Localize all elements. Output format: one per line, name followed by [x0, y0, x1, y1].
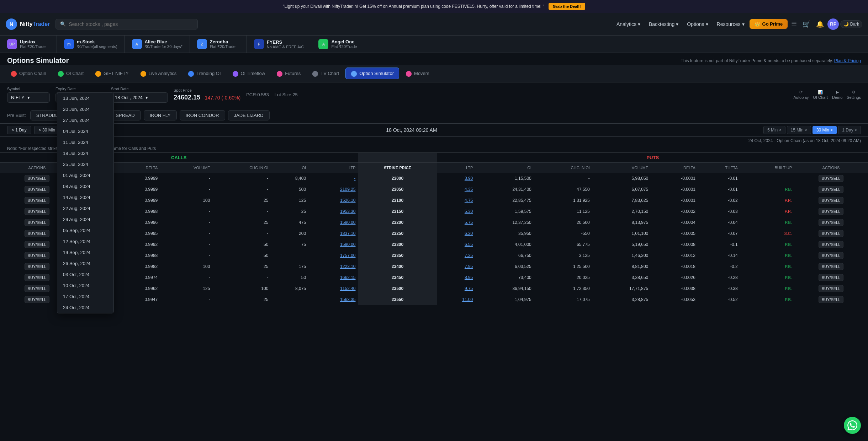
prebuilt-jade-lizard[interactable]: JADE LIZARD: [228, 110, 270, 120]
settings-control[interactable]: ⚙ Settings: [847, 90, 861, 100]
buy-sell-put-button[interactable]: BUY/SELL: [819, 208, 844, 215]
oi-chart-control[interactable]: 📊 OI Chart: [813, 90, 828, 100]
dropdown-option[interactable]: 12 Sep, 2024: [57, 236, 113, 247]
prev-interval-button[interactable]: < 30 Min: [34, 126, 60, 134]
tab-futures[interactable]: ⬤ Futures: [271, 68, 306, 79]
symbol-select[interactable]: NIFTY ▾: [7, 92, 50, 103]
buy-sell-put-button[interactable]: BUY/SELL: [819, 252, 844, 259]
buy-sell-call-button[interactable]: BUY/SELL: [25, 252, 50, 259]
buy-sell-put-button[interactable]: BUY/SELL: [819, 219, 844, 226]
dropdown-option[interactable]: 19 Sep, 2024: [57, 247, 113, 258]
dropdown-option[interactable]: 08 Aug, 2024: [57, 181, 113, 192]
broker-aliceblue[interactable]: A Alice Blue ₹0/Trade for 30 days*: [125, 36, 190, 53]
buy-sell-call-button[interactable]: BUY/SELL: [25, 274, 50, 281]
buy-sell-put-button[interactable]: BUY/SELL: [819, 285, 844, 292]
tab-tv-chart[interactable]: ⬤ TV Chart: [307, 68, 344, 79]
buy-sell-call-button[interactable]: BUY/SELL: [25, 186, 50, 193]
autoplay-control[interactable]: ⟳ Autoplay: [794, 90, 809, 100]
interval-1day[interactable]: 1 Day >: [838, 126, 861, 134]
cart-icon[interactable]: 🛒: [800, 18, 813, 30]
dark-mode-toggle[interactable]: 🌙 Dark: [840, 20, 862, 28]
dropdown-option[interactable]: 03 Oct, 2024: [57, 269, 113, 280]
nav-resources[interactable]: Resources ▾: [713, 19, 748, 29]
dropdown-option[interactable]: 04 Jul, 2024: [57, 126, 113, 137]
start-date-select[interactable]: 18 Oct , 2024 ▾: [111, 92, 168, 103]
buy-sell-put-button[interactable]: BUY/SELL: [819, 274, 844, 281]
tab-trending-oi[interactable]: ⬤ Trending OI: [183, 68, 226, 79]
dropdown-option[interactable]: 01 Aug, 2024: [57, 170, 113, 181]
avatar[interactable]: RP: [827, 18, 839, 30]
ltp-put: 4.75: [437, 195, 475, 206]
chgoi-put: 11,125: [534, 206, 592, 217]
dropdown-option[interactable]: 29 Aug, 2024: [57, 214, 113, 225]
buy-sell-put-button[interactable]: BUY/SELL: [819, 186, 844, 193]
plan-pricing-link[interactable]: Plan & Pricing: [834, 58, 861, 63]
buy-sell-put-button[interactable]: BUY/SELL: [819, 263, 844, 270]
notification-icon[interactable]: 🔔: [814, 18, 826, 30]
prebuilt-iron-fly[interactable]: IRON FLY: [144, 110, 177, 120]
nav-analytics[interactable]: Analytics ▾: [613, 19, 644, 29]
dropdown-option[interactable]: 17 Oct, 2024: [57, 291, 113, 302]
strike-price: 23500: [358, 283, 438, 294]
buy-sell-put-button[interactable]: BUY/SELL: [819, 241, 844, 248]
buy-sell-call-button[interactable]: BUY/SELL: [25, 208, 50, 215]
search-bar[interactable]: 🔍: [55, 19, 198, 29]
buy-sell-put-button[interactable]: BUY/SELL: [819, 296, 844, 303]
broker-angelone[interactable]: A Angel One Flat ₹20/Trade: [311, 36, 368, 53]
tab-option-chain[interactable]: ⬤ Option Chain: [6, 68, 51, 79]
dropdown-option[interactable]: 20 Jun, 2024: [57, 104, 113, 115]
tab-oi-timeflow[interactable]: ⬤ OI Timeflow: [227, 68, 270, 79]
nav-options[interactable]: Options ▾: [683, 19, 711, 29]
chgoi-call: 25: [212, 294, 270, 305]
tab-oi-chart[interactable]: ⬤ OI Chart: [53, 68, 89, 79]
dropdown-option[interactable]: 24 Oct, 2024: [57, 302, 113, 305]
buy-sell-call-button[interactable]: BUY/SELL: [25, 197, 50, 204]
broker-fyers[interactable]: F FYERS No AMC & FREE A/C: [247, 36, 312, 53]
dropdown-option[interactable]: 13 Jun, 2024: [57, 93, 113, 104]
tab-option-simulator[interactable]: ⬤ Option Simulator: [345, 68, 399, 79]
table-row: BUY/SELL 0.9998 - - 25 1953.30 23150 5.3…: [0, 206, 868, 217]
dropdown-option[interactable]: 14 Aug, 2024: [57, 192, 113, 203]
buy-sell-call-button[interactable]: BUY/SELL: [25, 296, 50, 303]
search-input[interactable]: [69, 21, 193, 27]
buy-sell-call-button[interactable]: BUY/SELL: [25, 263, 50, 270]
interval-30min[interactable]: 30 Min >: [813, 126, 837, 134]
start-date-dropdown[interactable]: 13 Jun, 202420 Jun, 202427 Jun, 202404 J…: [57, 92, 114, 305]
prev-day-button[interactable]: < 1 Day: [7, 126, 31, 134]
grab-deal-button[interactable]: Grab the Deal!!: [549, 3, 585, 10]
broker-mstock[interactable]: m m.Stock ₹0/Trade(all segments): [57, 36, 125, 53]
prebuilt-spread[interactable]: SPREAD: [110, 110, 141, 120]
buy-sell-put-button[interactable]: BUY/SELL: [819, 175, 844, 182]
buy-sell-put-button[interactable]: BUY/SELL: [819, 197, 844, 204]
buy-sell-call-button[interactable]: BUY/SELL: [25, 175, 50, 182]
buy-sell-call-button[interactable]: BUY/SELL: [25, 230, 50, 237]
dropdown-option[interactable]: 25 Jul, 2024: [57, 159, 113, 170]
delta-put: -0.0001: [650, 173, 698, 184]
dropdown-option[interactable]: 22 Aug, 2024: [57, 203, 113, 214]
interval-15min[interactable]: 15 Min >: [787, 126, 811, 134]
go-prime-button[interactable]: 👑 Go Prime: [750, 19, 788, 29]
broker-zerodha[interactable]: Z Zerodha Flat ₹20/Trade: [190, 36, 247, 53]
actions-put: BUY/SELL: [794, 261, 868, 272]
dropdown-option[interactable]: 18 Jul, 2024: [57, 148, 113, 159]
buy-sell-call-button[interactable]: BUY/SELL: [25, 285, 50, 292]
broker-upstox[interactable]: UP Upstox Flat ₹20/Trade: [0, 36, 57, 53]
ltp-call: 1526.10: [308, 195, 358, 206]
dropdown-option[interactable]: 10 Oct, 2024: [57, 280, 113, 291]
buy-sell-call-button[interactable]: BUY/SELL: [25, 219, 50, 226]
buy-sell-call-button[interactable]: BUY/SELL: [25, 241, 50, 248]
tab-live-analytics[interactable]: ⬤ Live Analytics: [135, 68, 182, 79]
dropdown-option[interactable]: 26 Sep, 2024: [57, 258, 113, 269]
demo-control[interactable]: ▶ Demo: [832, 90, 842, 100]
nav-backtesting[interactable]: Backtesting ▾: [645, 19, 682, 29]
buy-sell-put-button[interactable]: BUY/SELL: [819, 230, 844, 237]
tab-movers[interactable]: ⬤ Movers: [401, 68, 434, 79]
prebuilt-iron-condor[interactable]: IRON CONDOR: [180, 110, 225, 120]
interval-5min[interactable]: 5 Min >: [763, 126, 785, 134]
dropdown-option[interactable]: 11 Jul, 2024: [57, 137, 113, 148]
tab-gift-nifty[interactable]: ⬤ GIFT NIFTY: [90, 68, 134, 79]
menu-icon[interactable]: ☰: [789, 18, 799, 30]
volume-put: 6,07,075: [592, 184, 651, 195]
dropdown-option[interactable]: 27 Jun, 2024: [57, 115, 113, 126]
dropdown-option[interactable]: 05 Sep, 2024: [57, 225, 113, 236]
